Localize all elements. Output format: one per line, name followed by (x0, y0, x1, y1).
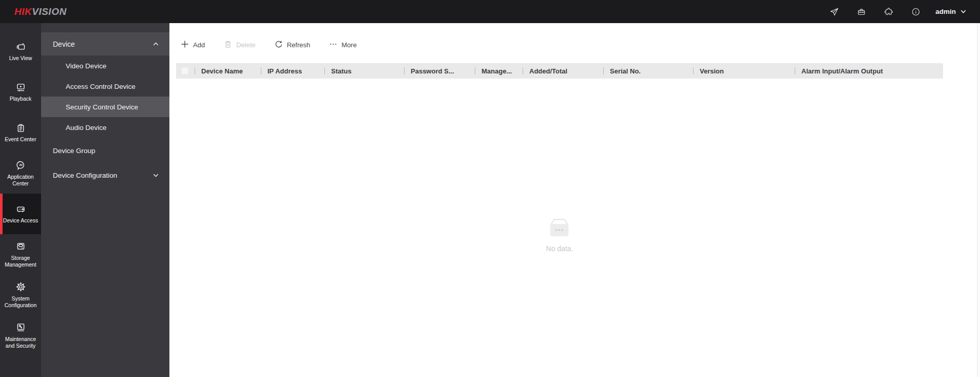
refresh-button-label: Refresh (287, 41, 311, 49)
toolbox-icon[interactable] (853, 5, 870, 19)
ellipsis-icon (329, 40, 337, 50)
user-name: admin (935, 8, 956, 15)
submenu-item-video-device[interactable]: Video Device (41, 55, 169, 76)
storage-management-icon (15, 241, 26, 252)
device-list-content: Add Delete Refresh (169, 23, 980, 377)
rail-item-label: System Configuration (0, 295, 41, 309)
live-view-icon (15, 41, 26, 52)
send-icon[interactable] (825, 5, 843, 19)
rail-item-event-center[interactable]: Event Center (0, 112, 41, 153)
application-center-icon: AI (15, 160, 26, 171)
submenu-item-label: Device Group (53, 147, 95, 155)
submenu-group-device[interactable]: Device (41, 32, 169, 55)
submenu-item-label: Audio Device (66, 124, 107, 131)
column-alarm-input-output[interactable]: Alarm Input/Alarm Output (795, 63, 943, 79)
rail-item-application-center[interactable]: AI Application Center (0, 153, 41, 194)
refresh-button[interactable]: Refresh (275, 40, 311, 50)
chevron-down-icon (960, 8, 967, 15)
rail-item-playback[interactable]: Playback (0, 72, 41, 112)
plus-icon (181, 40, 189, 50)
submenu-item-access-control-device[interactable]: Access Control Device (41, 76, 169, 97)
select-all-checkbox[interactable] (181, 67, 188, 74)
submenu-group-label: Device (53, 40, 75, 48)
rail-item-live-view[interactable]: Live View (0, 31, 41, 72)
submenu-item-label: Device Configuration (53, 172, 117, 179)
device-access-submenu: Device Video Device Access Control Devic… (41, 23, 169, 377)
rail-item-label: Live View (8, 55, 34, 62)
info-icon[interactable] (907, 5, 925, 19)
event-center-icon (15, 122, 26, 134)
device-table-header: Device Name IP Address Status Password S… (176, 63, 943, 79)
rail-item-label: Device Access (2, 217, 40, 224)
rail-item-label: Playback (8, 96, 33, 102)
add-button-label: Add (193, 41, 205, 49)
rail-item-label: Maintenance and Security (0, 336, 41, 349)
plugin-icon[interactable] (880, 5, 897, 19)
column-device-name[interactable]: Device Name (195, 63, 261, 79)
rail-item-device-access[interactable]: Device Access (0, 194, 41, 234)
column-version[interactable]: Version (693, 63, 795, 79)
hikvision-logo: HIK VISION (14, 6, 67, 17)
submenu-item-device-configuration[interactable]: Device Configuration (41, 165, 169, 185)
rail-item-label: Event Center (3, 136, 37, 143)
submenu-item-device-group[interactable]: Device Group (41, 140, 169, 161)
logo-hik-text: HIK (14, 6, 32, 17)
no-data-icon (547, 232, 572, 240)
main-nav-rail: Live View Playback Event Center (0, 23, 41, 377)
logo-vision-text: VISION (32, 6, 66, 17)
column-password-status[interactable]: Password S... (404, 63, 475, 79)
no-data-text: No data. (546, 244, 573, 253)
column-added-total[interactable]: Added/Total (523, 63, 603, 79)
top-bar: HIK VISION (0, 0, 980, 23)
chevron-up-icon (152, 41, 159, 47)
device-toolbar: Add Delete Refresh (181, 37, 980, 53)
delete-button[interactable]: Delete (224, 40, 256, 50)
submenu-item-label: Video Device (66, 62, 106, 70)
playback-icon (15, 82, 26, 93)
delete-button-label: Delete (236, 41, 256, 49)
submenu-item-label: Access Control Device (66, 83, 136, 90)
rail-item-maintenance-and-security[interactable]: Maintenance and Security (0, 315, 41, 356)
empty-state: No data. (546, 217, 573, 253)
column-management[interactable]: Manage... (475, 63, 523, 79)
maintenance-security-icon (15, 322, 26, 333)
select-all-cell (176, 63, 195, 79)
submenu-item-security-control-device[interactable]: Security Control Device (41, 97, 169, 117)
user-menu[interactable]: admin (935, 8, 967, 15)
svg-text:AI: AI (19, 163, 22, 167)
rail-item-label: Storage Management (0, 255, 41, 268)
topbar-actions: admin (825, 5, 967, 19)
submenu-item-label: Security Control Device (66, 103, 138, 111)
more-button-label: More (341, 41, 357, 49)
more-button[interactable]: More (329, 40, 357, 50)
vertical-scrollbar[interactable] (977, 23, 980, 377)
rail-item-system-configuration[interactable]: System Configuration (0, 275, 41, 315)
rail-item-label: Application Center (0, 174, 41, 187)
trash-icon (224, 40, 232, 50)
column-serial-no[interactable]: Serial No. (603, 63, 693, 79)
device-access-icon (15, 203, 26, 215)
chevron-down-icon (152, 172, 159, 179)
column-status[interactable]: Status (324, 63, 404, 79)
system-configuration-icon (15, 281, 26, 293)
column-ip-address[interactable]: IP Address (261, 63, 324, 79)
refresh-icon (275, 40, 283, 50)
submenu-item-audio-device[interactable]: Audio Device (41, 117, 169, 138)
rail-item-storage-management[interactable]: Storage Management (0, 234, 41, 275)
add-button[interactable]: Add (181, 40, 205, 50)
